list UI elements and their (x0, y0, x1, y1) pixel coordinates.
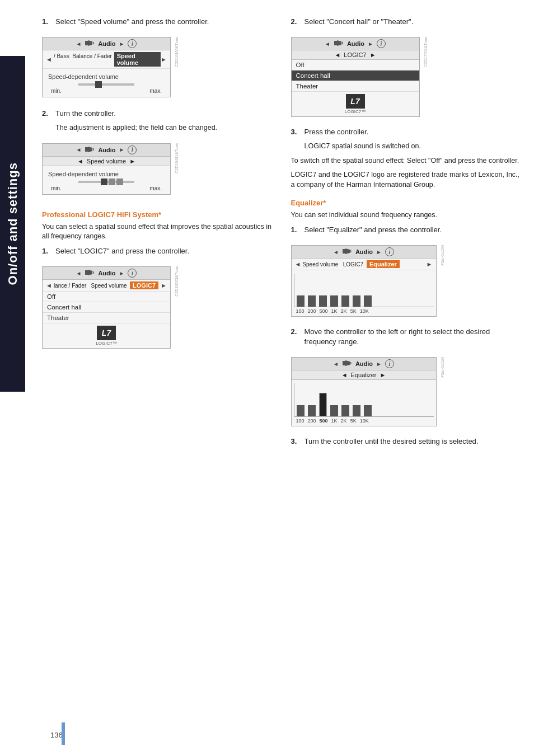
screen-logic7-select: ◄ Audio ► i ◄ lance / Fader Speed vol (42, 261, 171, 354)
svg-rect-4 (85, 270, 88, 275)
step-2-subtext: The adjustment is applied; the field can… (55, 123, 274, 133)
step-3-select-logic7: 1. Select "LOGIC7" and press the control… (42, 246, 274, 256)
eq-bar-10k (364, 295, 372, 307)
screen-nav-row-3: ◄ lance / Fader Speed volume LOGIC7 ► (43, 280, 170, 292)
settings-icon-2: i (128, 145, 137, 154)
audio-icon-2 (85, 145, 95, 154)
slider-thumb-2a (101, 179, 107, 185)
screen-sub-bar-2: ◄ Speed volume ► (43, 157, 170, 166)
slider-area-1: Speed-dependent volume min. max. (43, 69, 170, 97)
screen-mockup-1: ◄ Audio ► i ◄ / Bass Balance / Fader (42, 37, 171, 97)
screen-top-bar-2: ◄ Audio ► i (43, 144, 170, 157)
eq-bar-1k (330, 295, 338, 307)
audio-label-1: Audio (98, 40, 115, 47)
eq-bars-area-2: 100 200 500 1K 2K 5K 10K (292, 380, 436, 426)
right-step-1-concert-hall: 2. Select "Concert hall" or "Theater". (291, 17, 523, 27)
watermark-3: C2D16503&Tvaa (175, 266, 179, 297)
eq-screen-2: ◄ Audio ► i ◄ Equalizer ► (291, 351, 437, 432)
right-settings-icon-1: i (377, 39, 386, 48)
eq-screen-1: ◄ Audio ► i ◄ Speed volume LOGIC7 (291, 240, 437, 322)
eq2-bar-1k (330, 405, 338, 416)
equalizer-section-heading: Equalizer* (291, 199, 523, 207)
right-row-concert-hall-selected: Concert hall (292, 71, 419, 81)
slider-track-1 (78, 83, 134, 86)
right-audio-icon-1 (334, 39, 344, 48)
eq-step-1-select-equalizer: 1. Select "Equalizer" and press the cont… (291, 225, 523, 235)
svg-rect-6 (334, 41, 337, 45)
eq-audio-icon-1 (342, 247, 352, 256)
screen-top-bar-3: ◄ Audio ► i (43, 267, 170, 280)
svg-rect-2 (85, 147, 88, 152)
svg-marker-11 (345, 360, 350, 366)
nav-logic7-highlight: LOGIC7 (130, 281, 158, 289)
svg-marker-3 (88, 147, 92, 152)
eq-settings-icon-1: i (385, 247, 394, 256)
screen-row-concert-hall: Concert hall (43, 302, 170, 313)
right-row-off: Off (292, 60, 419, 71)
eq2-bar-100 (297, 405, 305, 416)
screen-nav-row-1: ◄ / Bass Balance / Fader Speed volume ► (43, 50, 170, 69)
screen-mockup-2: ◄ Audio ► i ◄ Speed volume ► (42, 143, 171, 195)
eq-bars-1 (294, 274, 434, 307)
watermark-2: C2D16481&Tvaa (175, 143, 179, 173)
nav-speed-volume-highlight: Speed volume (114, 52, 161, 67)
screen-mockup-3: ◄ Audio ► i ◄ lance / Fader Speed vol (42, 266, 171, 349)
eq-screen-mockup-2: ◄ Audio ► i ◄ Equalizer ► (291, 357, 437, 426)
svg-marker-1 (88, 40, 92, 46)
step-1-select-speed-volume: 1. Select "Speed volume" and press the c… (42, 17, 274, 27)
settings-icon-3: i (128, 269, 137, 278)
eq-settings-icon-2: i (385, 359, 394, 368)
eq-bar-2k (341, 295, 349, 307)
eq2-bar-10k (364, 405, 372, 416)
eq-bar-200 (308, 295, 316, 307)
eq-step-3-turn-controller: 3. Turn the controller until the desired… (291, 436, 523, 447)
sidebar-label: On/off and settings (0, 56, 25, 392)
eq2-bar-500-selected (319, 393, 327, 416)
eq-labels-1: 100 200 500 1K 2K 5K 10K (294, 307, 434, 314)
switch-off-para: To switch off the spatial sound effect: … (291, 156, 523, 166)
right-arrow-1: ► (119, 41, 125, 47)
logic7-section-heading: Professional LOGIC7 HiFi System* (42, 210, 274, 219)
eq-step-2-move-controller: 2. Move the controller to the left or ri… (291, 327, 523, 347)
slider-thumb-1 (95, 81, 102, 88)
right-watermark-1: C2D17702&Tvaa (424, 37, 428, 67)
eq-nav-equalizer-highlight: Equalizer (367, 260, 400, 268)
slider-minmax-2: min. max. (48, 185, 165, 191)
svg-rect-10 (343, 361, 345, 365)
right-column: 2. Select "Concert hall" or "Theater". ◄… (291, 17, 523, 452)
nav-label-fader: / Bass Balance / Fader (54, 53, 114, 65)
left-arrow-1: ◄ (76, 41, 82, 47)
logic7-icon-area: L7 LOGIC7™ (43, 323, 170, 348)
right-logic7-icon: L7 LOGIC7™ (292, 92, 419, 116)
audio-icon-1 (85, 39, 95, 48)
page-bar (62, 722, 65, 745)
svg-marker-9 (345, 248, 350, 254)
eq-screen-top-bar-2: ◄ Audio ► i (292, 358, 436, 370)
svg-marker-7 (337, 40, 341, 46)
eq-bar-100 (297, 295, 305, 307)
screen-row-off: Off (43, 292, 170, 302)
watermark-1: C2D16460&Tvaa (175, 37, 179, 67)
eq-bar-500 (319, 295, 327, 307)
screen-top-bar-1: ◄ Audio ► i (43, 37, 170, 50)
eq-watermark-1: P2a>0c10N (441, 245, 444, 266)
slider-area-2: Speed-dependent volume min. (43, 166, 170, 194)
svg-rect-0 (85, 41, 88, 45)
svg-rect-8 (343, 249, 345, 253)
left-column: 1. Select "Speed volume" and press the c… (42, 17, 274, 452)
equalizer-section-para: You can set individual sound frequency r… (291, 210, 523, 220)
eq-sub-bar-2: ◄ Equalizer ► (292, 370, 436, 380)
eq-audio-icon-2 (342, 359, 352, 368)
eq2-bar-5k (353, 405, 360, 416)
svg-marker-5 (88, 270, 92, 275)
eq-screen-mockup-1: ◄ Audio ► i ◄ Speed volume LOGIC7 (291, 245, 437, 317)
step-2-turn-controller: 2. Turn the controller. (42, 109, 274, 119)
right-screen-top-bar-1: ◄ Audio ► i (292, 37, 419, 50)
right-step-2-subtext: LOGIC7 spatial sound is switched on. (305, 142, 523, 152)
screen-speed-volume-2: ◄ Audio ► i ◄ Speed volume ► (42, 138, 171, 200)
slider-minmax-1: min. max. (48, 88, 165, 94)
audio-icon-3 (85, 269, 95, 278)
right-screen-mockup-1: ◄ Audio ► i ◄ LOGIC7 ► (291, 37, 420, 117)
slider-track-2 (78, 181, 134, 183)
eq-bars-area-1: 100 200 500 1K 2K 5K 10K (292, 270, 436, 316)
